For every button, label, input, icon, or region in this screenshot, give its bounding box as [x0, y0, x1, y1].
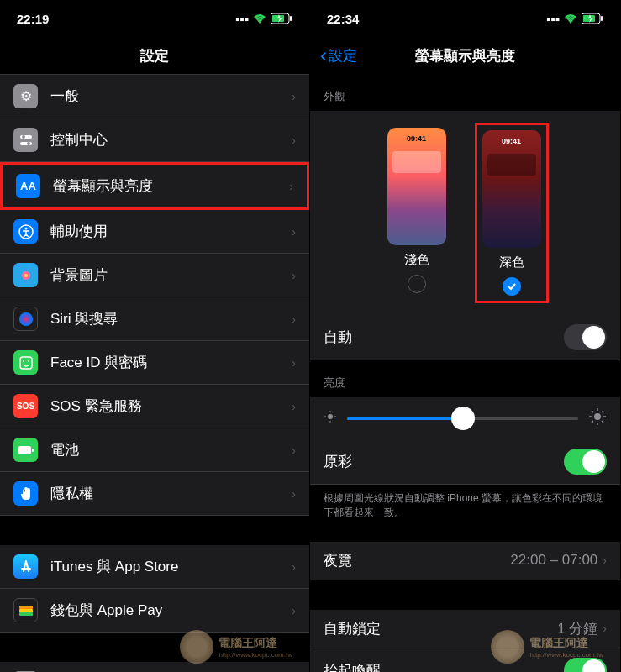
battery-icon — [13, 438, 38, 462]
brightness-slider[interactable] — [347, 417, 578, 420]
watermark: 電腦王阿達 http://www.kocpc.com.tw — [180, 630, 292, 664]
page-title: 螢幕顯示與亮度 — [415, 46, 515, 66]
svg-point-14 — [28, 360, 29, 362]
siri-icon — [13, 307, 38, 331]
svg-line-37 — [602, 421, 603, 423]
chevron-right-icon: › — [292, 444, 296, 457]
cell-auto: 自動 — [310, 315, 620, 360]
chevron-right-icon: › — [289, 180, 293, 193]
cell-faceid[interactable]: Face ID 與密碼 › — [0, 341, 309, 385]
chevron-right-icon: › — [292, 312, 296, 326]
gear-icon: ⚙ — [13, 84, 38, 108]
status-time: 22:34 — [327, 12, 359, 26]
brightness-header: 亮度 — [310, 360, 620, 397]
svg-rect-15 — [18, 446, 31, 454]
watermark-avatar-icon — [180, 630, 213, 664]
svg-rect-17 — [19, 606, 33, 609]
true-tone-footer: 根據周圍光線狀況自動調整 iPhone 螢幕，讓色彩在不同的環境下都看起來一致。 — [310, 485, 620, 527]
watermark-avatar-icon — [491, 630, 524, 664]
settings-list: ⚙ 一般 › 控制中心 › AA 螢幕顯示與亮度 › 輔助使用 › — [0, 74, 309, 672]
chevron-right-icon: › — [292, 225, 296, 239]
faceid-icon — [13, 350, 38, 375]
svg-point-10 — [24, 274, 28, 277]
text-size-icon: AA — [16, 174, 40, 198]
accessibility-icon — [13, 219, 38, 244]
svg-point-6 — [27, 142, 30, 145]
svg-point-13 — [23, 360, 24, 362]
chevron-right-icon: › — [292, 604, 296, 617]
auto-toggle[interactable] — [564, 324, 607, 350]
status-bar: 22:19 ▪▪▪ — [0, 0, 309, 37]
true-tone-toggle[interactable] — [564, 449, 607, 475]
cell-sos[interactable]: SOS SOS 緊急服務 › — [0, 385, 309, 428]
chevron-right-icon: › — [292, 134, 296, 147]
svg-point-31 — [594, 413, 601, 420]
light-mode-option[interactable]: 09:41 淺色 — [387, 128, 446, 298]
svg-point-26 — [328, 414, 333, 419]
svg-line-38 — [592, 421, 593, 423]
chevron-right-icon: › — [292, 560, 296, 574]
dark-mode-option[interactable]: 09:41 深色 — [475, 123, 549, 303]
wallpaper-icon — [13, 263, 38, 287]
radio-checked-icon — [503, 277, 521, 296]
status-icons: ▪▪▪ — [235, 12, 292, 26]
dark-preview: 09:41 — [482, 130, 541, 248]
signal-icon: ▪▪▪ — [546, 12, 560, 26]
hand-icon — [13, 481, 38, 506]
svg-rect-25 — [601, 16, 603, 21]
cell-siri[interactable]: Siri 與搜尋 › — [0, 297, 309, 341]
cell-appstore[interactable]: iTunes 與 App Store › — [0, 545, 309, 589]
chevron-right-icon: › — [292, 487, 296, 501]
sun-small-icon — [324, 410, 337, 427]
svg-line-39 — [602, 411, 603, 412]
svg-rect-18 — [19, 609, 33, 612]
chevron-left-icon: ‹ — [320, 44, 327, 67]
svg-rect-12 — [20, 357, 32, 369]
cell-privacy[interactable]: 隱私權 › — [0, 472, 309, 516]
svg-rect-16 — [32, 449, 34, 452]
svg-rect-19 — [19, 612, 33, 616]
watermark: 電腦王阿達 http://www.kocpc.com.tw — [491, 630, 603, 664]
status-time: 22:19 — [17, 12, 49, 26]
svg-line-36 — [592, 411, 593, 412]
chevron-right-icon: › — [292, 356, 296, 370]
svg-point-5 — [22, 135, 25, 139]
cell-night-shift[interactable]: 夜覽 22:00 – 07:00 › — [310, 542, 620, 580]
cell-wallpaper[interactable]: 背景圖片 › — [0, 254, 309, 297]
back-button[interactable]: ‹ 設定 — [320, 44, 357, 67]
appstore-icon — [13, 554, 38, 579]
svg-point-8 — [24, 227, 27, 229]
svg-rect-2 — [290, 16, 292, 21]
chevron-right-icon: › — [292, 90, 296, 103]
wifi-icon — [253, 12, 266, 26]
battery-icon — [271, 12, 292, 26]
light-preview: 09:41 — [387, 128, 446, 245]
brightness-slider-row — [310, 397, 620, 439]
display-brightness-screen: 22:34 ▪▪▪ ‹ 設定 螢幕顯示與亮度 外觀 09:41 淺色 — [310, 0, 620, 672]
cell-display-brightness[interactable]: AA 螢幕顯示與亮度 › — [0, 162, 309, 210]
nav-header: 設定 — [0, 37, 309, 74]
cell-general[interactable]: ⚙ 一般 › — [0, 74, 309, 118]
appearance-section: 09:41 淺色 09:41 深色 — [310, 111, 620, 315]
chevron-right-icon: › — [603, 554, 607, 567]
chevron-right-icon: › — [603, 622, 607, 635]
switches-icon — [13, 128, 38, 152]
wallet-icon — [13, 598, 38, 622]
status-icons: ▪▪▪ — [546, 12, 603, 26]
settings-screen: 22:19 ▪▪▪ 設定 ⚙ 一般 › 控制中心 › AA 螢 — [0, 0, 310, 672]
cell-accessibility[interactable]: 輔助使用 › — [0, 210, 309, 254]
status-bar: 22:34 ▪▪▪ — [310, 0, 620, 37]
sos-icon: SOS — [13, 394, 38, 418]
wifi-icon — [564, 12, 577, 26]
battery-icon — [582, 12, 603, 26]
cell-battery[interactable]: 電池 › — [0, 428, 309, 472]
signal-icon: ▪▪▪ — [235, 12, 249, 26]
appearance-header: 外觀 — [310, 74, 620, 111]
chevron-right-icon: › — [292, 269, 296, 282]
chevron-right-icon: › — [292, 400, 296, 413]
cell-true-tone: 原彩 — [310, 439, 620, 485]
svg-point-11 — [19, 312, 33, 326]
cell-control-center[interactable]: 控制中心 › — [0, 118, 309, 162]
nav-header: ‹ 設定 螢幕顯示與亮度 — [310, 37, 620, 74]
cell-wallet[interactable]: 錢包與 Apple Pay › — [0, 589, 309, 633]
